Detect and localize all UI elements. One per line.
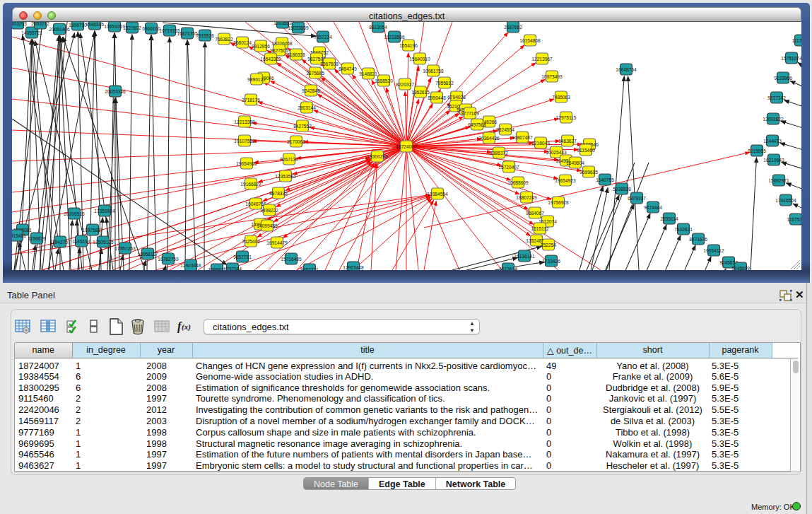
svg-text:10654112: 10654112 — [704, 248, 724, 253]
svg-text:10653267: 10653267 — [104, 24, 125, 29]
svg-text:12942757: 12942757 — [49, 240, 71, 245]
svg-text:9115460: 9115460 — [577, 148, 595, 153]
svg-text:20206516: 20206516 — [64, 211, 85, 216]
svg-text:3824554: 3824554 — [496, 127, 514, 132]
svg-text:5938928: 5938928 — [613, 187, 631, 192]
svg-text:1167533: 1167533 — [787, 217, 801, 222]
svg-text:16914479: 16914479 — [266, 240, 288, 245]
svg-text:1145194: 1145194 — [72, 239, 90, 244]
svg-text:7357224: 7357224 — [314, 35, 332, 40]
svg-text:7386372: 7386372 — [490, 151, 508, 156]
svg-text:1156829: 1156829 — [28, 236, 46, 241]
svg-text:10025433: 10025433 — [546, 150, 567, 155]
svg-text:16136141: 16136141 — [514, 254, 535, 259]
svg-text:10107552: 10107552 — [234, 139, 255, 144]
svg-text:16648764: 16648764 — [616, 67, 637, 72]
svg-text:1095811: 1095811 — [208, 267, 226, 270]
svg-text:17957253: 17957253 — [114, 246, 136, 251]
svg-text:9890122: 9890122 — [247, 77, 266, 82]
svg-text:8220317: 8220317 — [396, 82, 414, 87]
svg-text:2687682: 2687682 — [504, 25, 522, 30]
svg-text:17359924: 17359924 — [94, 209, 115, 214]
svg-text:8878332: 8878332 — [269, 191, 288, 196]
svg-text:252254: 252254 — [541, 243, 556, 247]
svg-text:3498222: 3498222 — [260, 208, 278, 213]
svg-text:19218506: 19218506 — [384, 35, 405, 40]
svg-text:1362615: 1362615 — [411, 90, 430, 95]
svg-text:1588520: 1588520 — [375, 78, 393, 83]
svg-text:20691406: 20691406 — [49, 27, 70, 32]
svg-text:3915481: 3915481 — [12, 233, 26, 238]
svg-text:17016504: 17016504 — [775, 198, 796, 203]
svg-text:15720407: 15720407 — [498, 165, 519, 170]
svg-text:9660124: 9660124 — [233, 40, 252, 45]
svg-text:1244413: 1244413 — [763, 139, 782, 144]
svg-text:1117553: 1117553 — [792, 38, 801, 43]
svg-text:10958117: 10958117 — [138, 252, 158, 257]
svg-text:12213389: 12213389 — [234, 119, 255, 124]
svg-text:8215955: 8215955 — [748, 148, 766, 153]
svg-text:9474444: 9474444 — [644, 205, 662, 210]
svg-text:6216049: 6216049 — [531, 141, 550, 146]
svg-text:19756928: 19756928 — [548, 200, 569, 205]
svg-text:12093822: 12093822 — [763, 117, 784, 122]
svg-text:9242848: 9242848 — [302, 88, 320, 93]
svg-text:1554196: 1554196 — [399, 43, 418, 48]
svg-text:2935114: 2935114 — [660, 216, 678, 221]
svg-text:19654925: 19654925 — [236, 161, 257, 166]
svg-text:8912956: 8912956 — [252, 44, 270, 49]
svg-text:9463627: 9463627 — [558, 139, 577, 144]
svg-text:18807249: 18807249 — [516, 195, 537, 200]
svg-text:7515526: 7515526 — [196, 33, 214, 38]
svg-text:19654923: 19654923 — [555, 178, 576, 183]
svg-text:9657721: 9657721 — [300, 267, 319, 270]
svg-text:1803203: 1803203 — [12, 22, 27, 26]
svg-text:15692971: 15692971 — [768, 178, 789, 183]
svg-text:1640755: 1640755 — [596, 177, 614, 182]
svg-text:6794028: 6794028 — [447, 95, 466, 100]
svg-text:8267130: 8267130 — [280, 157, 298, 162]
svg-text:8813054: 8813054 — [369, 25, 387, 30]
svg-text:12505135: 12505135 — [93, 240, 114, 245]
svg-text:16671355: 16671355 — [177, 31, 198, 36]
svg-text:9777169: 9777169 — [461, 111, 479, 116]
svg-text:8186328: 8186328 — [287, 52, 305, 57]
svg-text:(x): (x) — [182, 322, 191, 332]
svg-text:6966160: 6966160 — [142, 26, 160, 31]
svg-text:7632621: 7632621 — [674, 227, 693, 232]
svg-text:8454749: 8454749 — [339, 66, 357, 71]
svg-text:20364436: 20364436 — [478, 136, 500, 141]
svg-text:9657791: 9657791 — [233, 255, 252, 259]
svg-text:10973493: 10973493 — [541, 74, 563, 79]
svg-text:2367608: 2367608 — [320, 62, 339, 66]
svg-text:8471676: 8471676 — [689, 237, 707, 242]
svg-text:12923448: 12923448 — [343, 265, 364, 270]
svg-text:10975887: 10975887 — [82, 228, 103, 233]
svg-text:1733426: 1733426 — [542, 259, 560, 264]
svg-text:2093212: 2093212 — [31, 22, 49, 26]
svg-text:6879197: 6879197 — [628, 196, 646, 201]
svg-text:7955812: 7955812 — [435, 81, 454, 86]
svg-text:10961758: 10961758 — [423, 69, 444, 74]
svg-text:9146821: 9146821 — [359, 71, 377, 76]
svg-text:16782759: 16782759 — [158, 257, 179, 262]
svg-text:12213967: 12213967 — [531, 57, 553, 62]
svg-text:1306710: 1306710 — [69, 23, 87, 28]
svg-text:8427552: 8427552 — [293, 124, 312, 129]
svg-text:10688609: 10688609 — [507, 180, 529, 185]
svg-text:18724007: 18724007 — [396, 144, 417, 149]
svg-text:12923448: 12923448 — [180, 263, 201, 268]
svg-text:16033809: 16033809 — [288, 25, 309, 30]
svg-text:15640910: 15640910 — [409, 57, 430, 62]
svg-text:9245699: 9245699 — [731, 266, 750, 270]
svg-text:1615112: 1615112 — [531, 226, 549, 231]
svg-text:12975115: 12975115 — [556, 115, 577, 120]
svg-text:9827505: 9827505 — [270, 48, 288, 53]
svg-text:2803144: 2803144 — [298, 105, 316, 110]
svg-text:9129966: 9129966 — [774, 76, 792, 81]
svg-text:9546315: 9546315 — [86, 22, 104, 27]
svg-text:9227342: 9227342 — [767, 95, 786, 100]
svg-text:20053346: 20053346 — [105, 89, 126, 94]
svg-text:18300295: 18300295 — [367, 154, 388, 159]
svg-text:8990448: 8990448 — [428, 95, 446, 100]
